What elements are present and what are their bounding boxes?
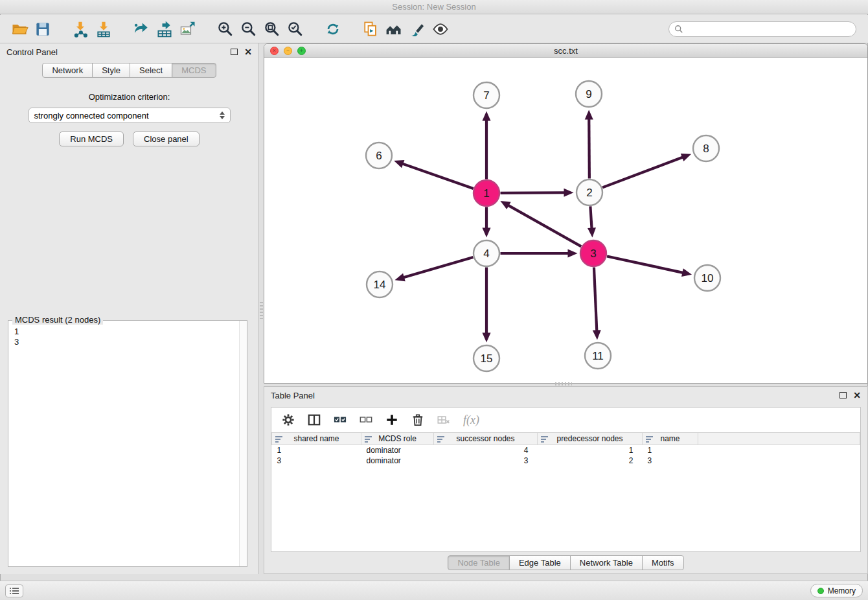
tab-network-table[interactable]: Network Table [570,555,643,570]
delete-table-button[interactable] [437,411,450,428]
zoom-window-icon[interactable]: + [297,47,306,55]
close-panel-icon[interactable]: ✕ [244,47,252,56]
tab-select[interactable]: Select [130,63,172,78]
edge-3-1[interactable] [508,205,582,246]
network-window-title: scc.txt [554,46,578,56]
memory-button[interactable]: Memory [810,584,863,597]
column-header-MCDS-role[interactable]: MCDS role [361,433,434,445]
import-table-button[interactable] [92,18,115,40]
cell[interactable]: dominator [361,456,434,466]
search-box[interactable] [668,21,856,37]
control-panel-title: Control Panel [6,47,58,57]
export-table-button[interactable] [153,18,176,40]
tab-network[interactable]: Network [42,63,93,78]
tab-edge-table[interactable]: Edge Table [509,555,571,570]
edge-3-10[interactable] [607,257,683,273]
tab-style[interactable]: Style [92,63,130,78]
add-column-button[interactable] [385,411,398,428]
sort-icon[interactable] [275,436,282,443]
column-label: successor nodes [456,434,514,443]
node-label-6: 6 [376,150,382,162]
cell[interactable]: 3 [434,456,538,466]
edge-4-14[interactable] [403,257,473,278]
zoom-selected-button[interactable] [284,18,307,40]
zoom-fit-icon [263,20,281,38]
column-header-name[interactable]: name [643,433,698,445]
table-row[interactable]: 1dominator411 [272,445,860,456]
node-label-8: 8 [703,143,709,155]
import-table-icon [95,20,113,38]
edge-1-2[interactable] [500,192,565,193]
refresh-layout-button[interactable] [321,18,345,40]
edge-3-11[interactable] [594,267,597,331]
cell[interactable]: 1 [538,445,643,456]
network-window-titlebar[interactable]: × − + scc.txt [264,44,867,58]
minimize-window-icon[interactable]: − [284,47,292,55]
close-panel-button[interactable]: Close panel [133,132,200,146]
sort-icon[interactable] [646,436,653,443]
edge-2-3[interactable] [590,206,591,229]
criterion-dropdown[interactable]: strongly connected component [29,108,231,123]
edge-2-9[interactable] [589,118,589,178]
sort-icon[interactable] [541,436,548,443]
column-header-predecessor-nodes[interactable]: predecessor nodes [538,433,643,445]
column-header-successor-nodes[interactable]: successor nodes [434,433,538,445]
edge-1-6[interactable] [402,163,473,189]
sort-icon[interactable] [365,436,372,443]
tab-mcds[interactable]: MCDS [172,63,216,78]
mcds-result-title: MCDS result (2 nodes) [12,315,103,325]
zoom-fit-button[interactable] [260,18,284,40]
column-label: shared name [293,434,339,443]
export-image-button[interactable] [176,18,200,40]
zoom-out-button[interactable] [237,18,260,40]
cell[interactable]: 3 [643,456,698,466]
toggle-visibility-button[interactable] [429,18,452,40]
cell[interactable]: 3 [272,456,361,466]
table-row[interactable]: 3dominator323 [272,456,860,466]
float-table-panel-icon[interactable] [839,392,847,398]
sort-icon[interactable] [437,436,444,443]
result-scrollbar[interactable] [239,321,247,566]
window-titlebar[interactable]: Session: New Session [0,0,868,14]
houses-icon [385,20,403,38]
save-session-button[interactable] [31,18,54,40]
export-network-button[interactable] [130,18,153,40]
import-network-button[interactable] [69,18,92,40]
search-input[interactable] [687,24,851,34]
tab-node-table[interactable]: Node Table [448,555,510,570]
task-history-button[interactable] [5,584,23,597]
network-graph-canvas[interactable]: 7968124314101511 [264,58,867,383]
column-header-filler [698,433,860,445]
cell[interactable]: 1 [272,445,361,456]
columns-icon [308,413,321,426]
function-builder-icon[interactable]: f(x) [463,413,479,427]
horizontal-splitter[interactable] [555,382,572,386]
table-settings-button[interactable] [282,411,295,428]
column-header-shared-name[interactable]: shared name [272,433,361,445]
cell[interactable]: 2 [538,456,643,466]
run-mcds-button[interactable]: Run MCDS [59,132,124,146]
zoom-in-button[interactable] [214,18,237,40]
cell[interactable]: 1 [643,445,698,456]
delete-column-button[interactable] [411,411,424,428]
float-panel-icon[interactable] [231,49,238,55]
vertical-splitter[interactable] [260,302,263,319]
list-icon [9,587,19,595]
show-columns-button[interactable] [308,411,321,428]
apply-style-button[interactable] [405,18,429,40]
select-all-button[interactable] [334,411,347,428]
close-window-icon[interactable]: × [270,47,279,55]
mcds-result-list[interactable]: 13 [8,321,247,566]
cell[interactable]: 4 [434,445,538,456]
table-panel-tabs: Node TableEdge TableNetwork TableMotifs [264,555,867,570]
window-title: Session: New Session [392,2,475,12]
home-view-button[interactable] [382,18,405,40]
open-session-button[interactable] [8,18,31,40]
cell[interactable]: dominator [361,445,434,456]
edge-2-8[interactable] [602,157,683,187]
clone-network-button[interactable] [359,18,382,40]
deselect-all-button[interactable] [360,411,372,428]
main-toolbar [0,15,868,43]
close-table-panel-icon[interactable]: ✕ [853,391,861,400]
tab-motifs[interactable]: Motifs [642,555,684,570]
